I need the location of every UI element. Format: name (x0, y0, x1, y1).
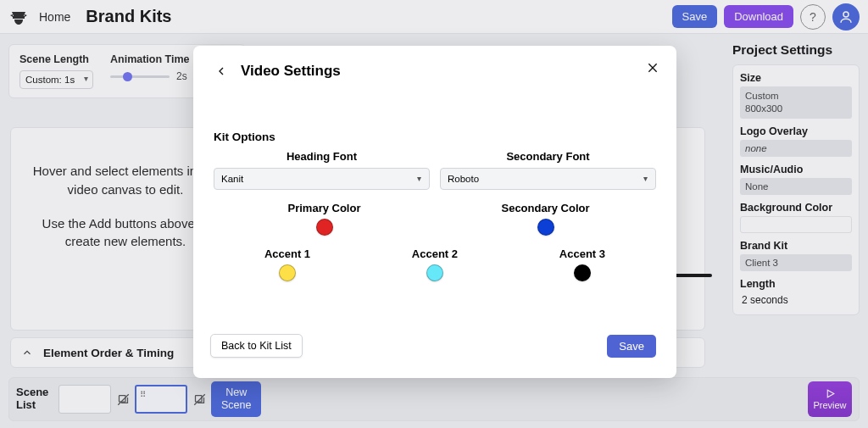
dialog-save-button[interactable]: Save (607, 335, 656, 358)
secondary-color-label: Secondary Color (435, 202, 656, 214)
accent3-swatch[interactable] (574, 264, 591, 281)
close-icon[interactable] (646, 61, 661, 76)
dialog-back-button[interactable] (214, 64, 229, 79)
heading-font-select[interactable]: Kanit (214, 168, 430, 190)
secondary-font-select[interactable]: Roboto (440, 168, 656, 190)
primary-color-label: Primary Color (214, 202, 435, 214)
accent2-swatch[interactable] (426, 264, 443, 281)
primary-color-swatch[interactable] (316, 219, 333, 236)
secondary-font-label: Secondary Font (440, 150, 656, 163)
video-settings-dialog: Video Settings Kit Options Heading Font … (193, 46, 676, 378)
accent1-swatch[interactable] (279, 264, 296, 281)
modal-overlay: Video Settings Kit Options Heading Font … (0, 0, 868, 428)
accent3-label: Accent 3 (509, 247, 656, 260)
kit-options-label: Kit Options (214, 131, 656, 143)
accent1-label: Accent 1 (214, 247, 361, 260)
secondary-color-swatch[interactable] (537, 219, 554, 236)
dialog-title: Video Settings (241, 63, 341, 80)
back-to-kit-list-button[interactable]: Back to Kit List (210, 334, 303, 358)
accent2-label: Accent 2 (361, 247, 509, 260)
heading-font-label: Heading Font (214, 150, 430, 163)
